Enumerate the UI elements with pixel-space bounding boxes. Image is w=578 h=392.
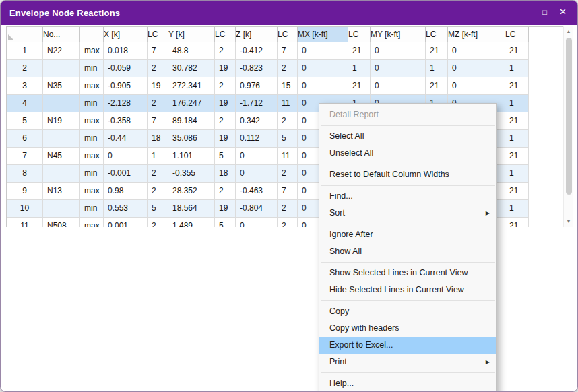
data-cell[interactable]: 176.247 <box>168 95 215 112</box>
data-cell[interactable]: 2 <box>148 165 168 183</box>
data-cell[interactable]: 0 <box>104 148 148 165</box>
row-number-cell[interactable]: 7 <box>7 148 43 165</box>
data-cell[interactable]: 1 <box>426 60 448 77</box>
data-cell[interactable]: 11 <box>278 95 298 112</box>
data-cell[interactable]: 0 <box>298 60 348 77</box>
data-cell[interactable]: 1 <box>505 130 529 148</box>
data-cell[interactable]: 0 <box>298 77 348 95</box>
data-cell[interactable]: min <box>80 130 104 148</box>
data-cell[interactable]: 21 <box>505 112 529 130</box>
data-cell[interactable]: 21 <box>505 77 529 95</box>
data-cell[interactable]: 1 <box>505 165 529 183</box>
column-header-no[interactable]: No... <box>43 27 80 42</box>
data-cell[interactable]: 5 <box>215 148 236 165</box>
menu-item-copy-with-headers[interactable]: Copy with headers <box>319 320 496 337</box>
column-header-lc[interactable]: LC <box>215 27 236 42</box>
data-cell[interactable]: 30.782 <box>168 60 215 77</box>
data-cell[interactable]: 1.101 <box>168 148 215 165</box>
data-cell[interactable]: 21 <box>505 218 529 227</box>
data-cell[interactable]: 19 <box>215 60 236 77</box>
data-cell[interactable]: 0.112 <box>236 130 278 148</box>
data-cell[interactable]: 0.342 <box>236 112 278 130</box>
data-cell[interactable]: 5 <box>215 218 236 227</box>
data-cell[interactable]: N19 <box>43 112 80 130</box>
scroll-up-icon[interactable]: ▲ <box>564 29 573 34</box>
data-cell[interactable]: min <box>80 95 104 112</box>
data-cell[interactable]: 1 <box>348 60 371 77</box>
row-number-cell[interactable]: 5 <box>7 112 43 130</box>
data-cell[interactable]: 21 <box>426 42 448 60</box>
data-cell[interactable]: 2 <box>278 200 298 218</box>
data-cell[interactable]: max <box>80 218 104 227</box>
column-header-mx-k-ft[interactable]: MX [k-ft] <box>298 27 348 42</box>
data-cell[interactable]: 0 <box>236 218 278 227</box>
minimize-button[interactable]: — <box>517 1 536 25</box>
data-cell[interactable]: 21 <box>426 77 448 95</box>
data-cell[interactable]: 1 <box>148 148 168 165</box>
data-cell[interactable]: 0.98 <box>104 183 148 200</box>
menu-item-export-to-excel[interactable]: Export to Excel... <box>319 337 496 354</box>
data-cell[interactable]: 2 <box>215 42 236 60</box>
data-cell[interactable]: 5 <box>278 130 298 148</box>
data-cell[interactable]: 89.184 <box>168 112 215 130</box>
data-cell[interactable]: 0 <box>371 60 426 77</box>
data-cell[interactable]: 18 <box>215 165 236 183</box>
data-cell[interactable]: 7 <box>278 42 298 60</box>
data-cell[interactable]: 48.8 <box>168 42 215 60</box>
data-cell[interactable]: min <box>80 165 104 183</box>
column-header-blank[interactable] <box>80 27 104 42</box>
data-cell[interactable] <box>43 165 80 183</box>
data-cell[interactable]: N45 <box>43 148 80 165</box>
row-number-cell[interactable]: 10 <box>7 200 43 218</box>
data-cell[interactable]: 19 <box>215 130 236 148</box>
data-cell[interactable]: 21 <box>348 42 371 60</box>
menu-item-sort[interactable]: Sort▶ <box>319 205 496 222</box>
data-cell[interactable]: 19 <box>215 95 236 112</box>
data-cell[interactable]: 5 <box>148 200 168 218</box>
data-cell[interactable]: min <box>80 200 104 218</box>
scrollbar-thumb[interactable] <box>566 38 572 195</box>
column-header-y-k[interactable]: Y [k] <box>168 27 215 42</box>
data-cell[interactable]: 35.086 <box>168 130 215 148</box>
data-cell[interactable]: 2 <box>278 112 298 130</box>
data-cell[interactable]: 7 <box>278 183 298 200</box>
data-cell[interactable]: 2 <box>148 60 168 77</box>
close-button[interactable]: × <box>554 1 572 25</box>
data-cell[interactable]: -0.804 <box>236 200 278 218</box>
scroll-down-icon[interactable]: ▼ <box>564 219 573 224</box>
column-header-lc[interactable]: LC <box>148 27 168 42</box>
data-cell[interactable]: -0.412 <box>236 42 278 60</box>
data-cell[interactable]: 28.352 <box>168 183 215 200</box>
table-row[interactable]: 1N22max0.018748.82-0.4127021021021 <box>7 42 563 60</box>
menu-item-select-all[interactable]: Select All <box>319 128 496 145</box>
data-cell[interactable]: -1.712 <box>236 95 278 112</box>
table-row[interactable]: 3N35max-0.90519272.34120.97615021021021 <box>7 77 563 95</box>
data-cell[interactable]: 2 <box>215 77 236 95</box>
data-cell[interactable]: 1 <box>505 95 529 112</box>
data-cell[interactable]: 272.341 <box>168 77 215 95</box>
data-cell[interactable]: 21 <box>348 77 371 95</box>
data-cell[interactable]: 0 <box>371 77 426 95</box>
data-cell[interactable]: 2 <box>148 183 168 200</box>
menu-item-copy[interactable]: Copy <box>319 303 496 320</box>
data-cell[interactable]: 15 <box>278 77 298 95</box>
column-header-z-k[interactable]: Z [k] <box>236 27 278 42</box>
data-cell[interactable]: -0.358 <box>104 112 148 130</box>
row-number-cell[interactable]: 11 <box>7 218 43 227</box>
data-cell[interactable]: 21 <box>505 148 529 165</box>
data-cell[interactable]: 19 <box>148 77 168 95</box>
data-cell[interactable]: -2.128 <box>104 95 148 112</box>
data-cell[interactable]: 0.976 <box>236 77 278 95</box>
data-cell[interactable]: 0.553 <box>104 200 148 218</box>
select-all-corner[interactable] <box>7 27 43 42</box>
menu-item-unselect-all[interactable]: Unselect All <box>319 145 496 162</box>
data-cell[interactable]: max <box>80 112 104 130</box>
data-cell[interactable] <box>43 200 80 218</box>
data-cell[interactable]: max <box>80 148 104 165</box>
data-cell[interactable]: 1 <box>505 200 529 218</box>
data-cell[interactable]: 1 <box>505 60 529 77</box>
data-cell[interactable]: min <box>80 60 104 77</box>
data-cell[interactable]: N508 <box>43 218 80 227</box>
column-header-lc[interactable]: LC <box>348 27 371 42</box>
data-cell[interactable]: 0 <box>236 165 278 183</box>
